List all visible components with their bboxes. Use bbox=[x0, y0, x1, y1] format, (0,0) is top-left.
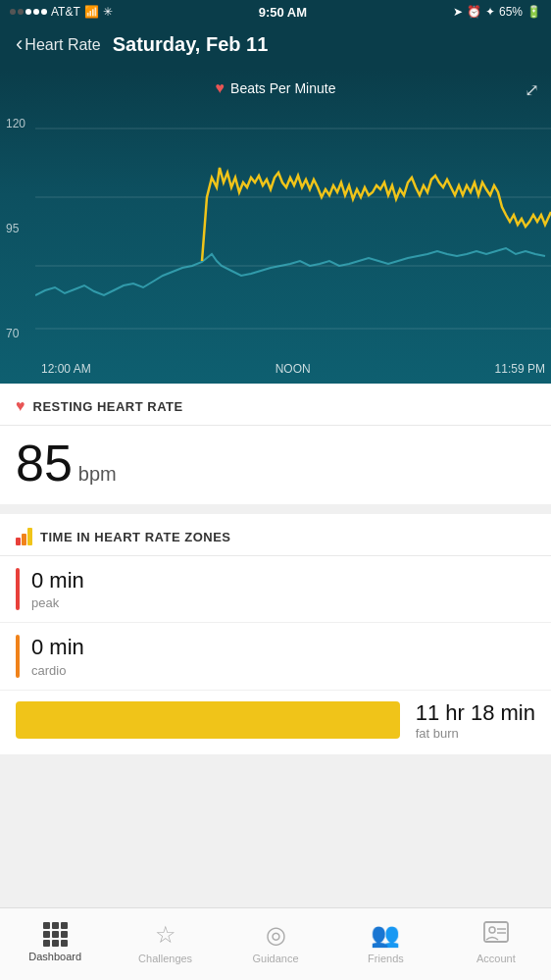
x-label-end: 11:59 PM bbox=[495, 362, 545, 376]
wifi-icon: 📶 bbox=[84, 5, 99, 19]
zones-icon-bar2 bbox=[22, 534, 26, 545]
zones-icon bbox=[16, 528, 32, 545]
zones-header: TIME IN HEART RATE ZONES bbox=[0, 514, 551, 556]
peak-time: 0 min bbox=[31, 568, 535, 593]
brightness-icon: ✳ bbox=[103, 5, 113, 19]
svg-point-5 bbox=[489, 927, 495, 933]
peak-indicator bbox=[16, 568, 20, 610]
carrier-label: AT&T bbox=[51, 5, 80, 19]
resting-hr-header: ♥ RESTING HEART RATE bbox=[0, 384, 551, 426]
zones-section: TIME IN HEART RATE ZONES 0 min peak 0 mi… bbox=[0, 514, 551, 754]
zones-icon-bar1 bbox=[16, 538, 21, 545]
chart-svg bbox=[35, 109, 551, 348]
status-right: ➤ ⏰ ✦ 65% 🔋 bbox=[453, 5, 541, 19]
cardio-label: cardio bbox=[31, 663, 535, 678]
resting-hr-section: ♥ RESTING HEART RATE 85 bpm bbox=[0, 384, 551, 504]
x-label-noon: NOON bbox=[276, 362, 311, 376]
battery-label: 65% bbox=[499, 5, 523, 19]
status-time: 9:50 AM bbox=[259, 5, 307, 20]
location-icon: ➤ bbox=[453, 5, 463, 19]
bluetooth-icon: ✦ bbox=[485, 5, 495, 19]
zones-icon-bar3 bbox=[27, 528, 32, 545]
zone-item-peak: 0 min peak bbox=[0, 556, 551, 623]
alarm-icon: ⏰ bbox=[467, 5, 481, 19]
zones-title: TIME IN HEART RATE ZONES bbox=[40, 530, 230, 544]
nav-label-dashboard: Dashboard bbox=[28, 951, 81, 962]
dot1 bbox=[10, 9, 16, 15]
nav-label-challenges: Challenges bbox=[138, 953, 192, 964]
bpm-number: 85 bbox=[16, 438, 73, 489]
cardio-time: 0 min bbox=[31, 635, 535, 660]
peak-label: peak bbox=[31, 595, 535, 610]
expand-button[interactable]: ⤢ bbox=[525, 79, 539, 101]
bpm-unit: bpm bbox=[78, 463, 117, 486]
y-label-120: 120 bbox=[6, 117, 29, 130]
status-bar: AT&T 📶 ✳ 9:50 AM ➤ ⏰ ✦ 65% 🔋 bbox=[0, 0, 551, 24]
guidance-icon: ◎ bbox=[266, 921, 286, 949]
peak-text: 0 min peak bbox=[31, 568, 535, 610]
header: ‹ Heart Rate Saturday, Feb 11 bbox=[0, 24, 551, 70]
y-label-95: 95 bbox=[6, 222, 29, 235]
nav-item-guidance[interactable]: ◎ Guidance bbox=[221, 908, 330, 980]
cardio-text: 0 min cardio bbox=[31, 635, 535, 677]
heart-icon: ♥ bbox=[216, 79, 225, 97]
nav-label-friends: Friends bbox=[368, 953, 404, 964]
account-icon bbox=[483, 921, 509, 949]
chart-legend: ♥ Beats Per Minute bbox=[0, 70, 551, 103]
nav-label-account: Account bbox=[476, 953, 516, 964]
dot3 bbox=[25, 9, 31, 15]
y-label-70: 70 bbox=[6, 327, 29, 340]
dot4 bbox=[33, 9, 39, 15]
signal-dots bbox=[10, 9, 47, 15]
chart-x-labels: 12:00 AM NOON 11:59 PM bbox=[35, 362, 551, 376]
dot5 bbox=[41, 9, 47, 15]
nav-item-friends[interactable]: 👥 Friends bbox=[330, 908, 440, 980]
challenges-icon: ☆ bbox=[155, 921, 176, 949]
dashboard-icon bbox=[43, 922, 68, 947]
chart-legend-label: Beats Per Minute bbox=[230, 80, 335, 96]
dot2 bbox=[18, 9, 24, 15]
nav-item-dashboard[interactable]: Dashboard bbox=[0, 908, 110, 980]
cardio-indicator bbox=[16, 635, 20, 677]
friends-icon: 👥 bbox=[371, 921, 400, 949]
chart-container: ♥ Beats Per Minute ⤢ 120 95 70 12:00 AM … bbox=[0, 70, 551, 384]
fatburn-time-group: 11 hr 18 min fat burn bbox=[416, 700, 535, 741]
back-label: Heart Rate bbox=[25, 36, 100, 54]
fatburn-label: fat burn bbox=[416, 726, 535, 741]
battery-icon: 🔋 bbox=[526, 5, 541, 19]
resting-hr-title: RESTING HEART RATE bbox=[33, 399, 183, 414]
bottom-nav: Dashboard ☆ Challenges ◎ Guidance 👥 Frie… bbox=[0, 907, 551, 980]
nav-item-challenges[interactable]: ☆ Challenges bbox=[110, 908, 220, 980]
resting-hr-value-row: 85 bpm bbox=[0, 426, 551, 504]
page-title: Saturday, Feb 11 bbox=[113, 33, 269, 56]
zone-item-fatburn: 11 hr 18 min fat burn bbox=[0, 691, 551, 754]
back-chevron-icon: ‹ bbox=[16, 33, 23, 55]
chart-y-labels: 120 95 70 bbox=[0, 109, 35, 348]
x-label-start: 12:00 AM bbox=[41, 362, 91, 376]
nav-label-guidance: Guidance bbox=[252, 953, 298, 964]
status-left: AT&T 📶 ✳ bbox=[10, 5, 113, 19]
nav-item-account[interactable]: Account bbox=[441, 908, 551, 980]
fatburn-bar bbox=[16, 701, 400, 739]
fatburn-time: 11 hr 18 min bbox=[416, 700, 535, 726]
resting-heart-icon: ♥ bbox=[16, 397, 25, 415]
back-button[interactable]: ‹ Heart Rate bbox=[16, 35, 101, 55]
zone-item-cardio: 0 min cardio bbox=[0, 623, 551, 690]
